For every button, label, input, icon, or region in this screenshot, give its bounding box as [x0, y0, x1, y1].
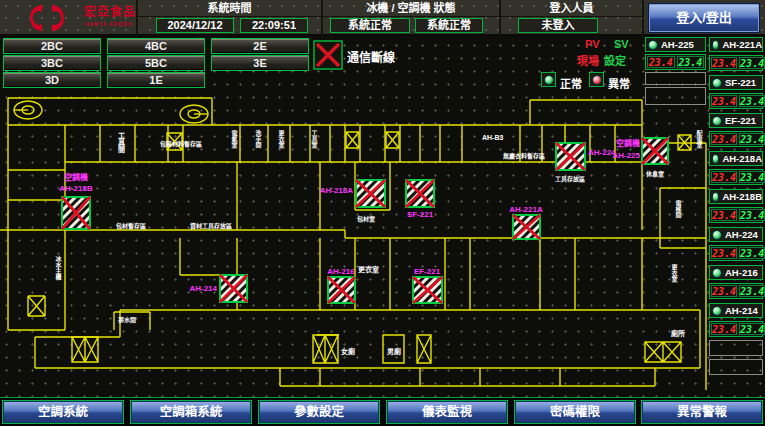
ac-status: 系統正常: [415, 18, 483, 33]
equipment-label: SF-221: [407, 210, 434, 219]
ahu-icon-ah-214[interactable]: [220, 275, 247, 302]
sv-sub-header: 設定: [604, 52, 626, 68]
hmi-screen: 宏亞食品 HUNYA FOODS 系統時間 冰機 / 空調機 狀態 登入人員 2…: [0, 0, 765, 426]
sv-header: SV: [614, 38, 629, 50]
pv-value: 23.4: [711, 247, 737, 259]
header-divider: [138, 16, 321, 17]
sv-value: 23.4: [677, 56, 705, 68]
sv-value: 23.4: [739, 171, 765, 183]
header-divider: [323, 16, 499, 17]
device-ah-218b-values: 23.423.4: [709, 207, 763, 223]
device-ah-218b[interactable]: AH-218B: [709, 189, 763, 204]
comm-offline-label: 通信斷線: [347, 48, 395, 65]
status-section-label: 冰機 / 空調機 狀態: [323, 2, 499, 15]
device-ah-218a[interactable]: AH-218A: [709, 151, 763, 166]
equipment-label: AH-218B: [59, 184, 93, 193]
floor-button-2bc[interactable]: 2BC: [3, 38, 101, 54]
floor-button-3d[interactable]: 3D: [3, 72, 101, 88]
device-lamp-icon: [712, 116, 722, 126]
login-logout-button[interactable]: 登入/登出: [648, 3, 760, 33]
equipment-label: AH-216: [327, 267, 355, 276]
device-ah-221a[interactable]: AH-221A: [709, 37, 763, 52]
room-label: 電氣室: [231, 129, 237, 149]
floor-plan: 空調機 AH-218B AH-218A SF-221 AH-224 空調機 AH…: [0, 88, 708, 396]
room-label: 茶水間: [117, 316, 136, 324]
device-ah-214-values: 23.423.4: [709, 321, 763, 337]
pv-value: 23.4: [711, 133, 737, 145]
ahu-icon-ah-216[interactable]: [328, 277, 355, 303]
bottom-nav-bar: 空調系統 空調箱系統 參數設定 儀表監視 密碼權限 異常警報: [0, 397, 765, 426]
floor-plan-walls: [0, 98, 706, 390]
nav-button-password-auth[interactable]: 密碼權限: [514, 400, 636, 424]
nav-button-abnormal-alarm[interactable]: 異常警報: [641, 400, 763, 424]
pv-sub-header: 現場: [577, 52, 599, 68]
device-ah-216-values: 23.423.4: [709, 283, 763, 299]
room-label: 包材暫存區: [116, 222, 146, 230]
device-ah-214[interactable]: AH-214: [709, 303, 763, 318]
nav-button-meter-monitor[interactable]: 儀表監視: [386, 400, 508, 424]
sv-value: 23.4: [739, 285, 765, 297]
device-ah-225[interactable]: AH-225: [645, 37, 706, 52]
comm-offline-icon: [313, 40, 343, 70]
device-lamp-icon: [712, 306, 722, 316]
device-sf-221-values: 23.423.4: [709, 93, 763, 109]
equipment-label: 空調機: [616, 138, 640, 148]
normal-lamp: [541, 72, 556, 87]
login-status: 未登入: [518, 18, 598, 33]
room-label: 包裝材料暫存區: [160, 140, 202, 148]
floor-button-1e[interactable]: 1E: [107, 72, 205, 88]
device-ah-225-values: 23.4 23.4: [645, 54, 706, 70]
sv-value: 23.4: [739, 247, 765, 259]
floor-button-3e[interactable]: 3E: [211, 55, 309, 71]
ahu-icon-ah-221a[interactable]: [513, 215, 540, 239]
ahu-icon-ef-221[interactable]: [413, 277, 442, 303]
nav-button-ahu-system[interactable]: 空調箱系統: [130, 400, 252, 424]
pv-header: PV: [585, 38, 600, 50]
device-sf-221[interactable]: SF-221: [709, 75, 763, 90]
pv-value: 23.4: [711, 57, 737, 69]
ahu-icon-ah-224[interactable]: [556, 143, 585, 170]
sv-value: 23.4: [739, 133, 765, 145]
pv-value: 23.4: [711, 323, 737, 335]
nav-button-ac-system[interactable]: 空調系統: [2, 400, 124, 424]
floor-button-3bc[interactable]: 3BC: [3, 55, 101, 71]
device-ef-221-values: 23.423.4: [709, 131, 763, 147]
header-divider: [501, 16, 642, 17]
room-label: 配電室: [696, 129, 702, 149]
room-label: AH-B3: [482, 134, 503, 141]
device-ah-218a-values: 23.423.4: [709, 169, 763, 185]
device-lamp-icon: [712, 40, 719, 50]
pv-value: 23.4: [711, 285, 737, 297]
floor-button-5bc[interactable]: 5BC: [107, 55, 205, 71]
sv-value: 23.4: [739, 323, 765, 335]
equipment-label: AH-214: [189, 284, 217, 293]
room-label: 冰水主機: [54, 255, 61, 281]
room-label: 女廁: [341, 347, 355, 356]
room-label: 無塵衣料暫存區: [503, 152, 545, 160]
ahu-icon-ah-225[interactable]: [642, 138, 668, 164]
device-ah-224[interactable]: AH-224: [709, 227, 763, 242]
room-label: 工具間: [118, 132, 127, 154]
equipment-label: AH-218A: [320, 186, 354, 195]
time-display: 22:09:51: [240, 18, 308, 33]
device-lamp-icon: [712, 268, 722, 278]
equipment-label: AH-225: [612, 151, 640, 160]
sv-value: 23.4: [739, 209, 765, 221]
room-label: 電梯間: [675, 199, 681, 219]
empty-slot: [645, 72, 706, 85]
header-bar: 宏亞食品 HUNYA FOODS 系統時間 冰機 / 空調機 狀態 登入人員 2…: [0, 0, 765, 36]
nav-button-parameter-set[interactable]: 參數設定: [258, 400, 380, 424]
device-ah-216[interactable]: AH-216: [709, 265, 763, 280]
empty-slot: [709, 359, 763, 375]
device-lamp-icon: [712, 154, 719, 164]
ahu-icon-ah-218b[interactable]: [62, 197, 90, 229]
room-label: 更衣室: [670, 263, 677, 283]
floor-button-4bc[interactable]: 4BC: [107, 38, 205, 54]
device-ef-221[interactable]: EF-221: [709, 113, 763, 128]
room-label: 更衣室: [277, 129, 284, 149]
ahu-icon-ah-218a[interactable]: [356, 180, 385, 207]
floor-button-2e[interactable]: 2E: [211, 38, 309, 54]
pv-value: 23.4: [647, 56, 675, 68]
ahu-icon-sf-221[interactable]: [406, 180, 434, 207]
device-lamp-icon: [712, 78, 722, 88]
